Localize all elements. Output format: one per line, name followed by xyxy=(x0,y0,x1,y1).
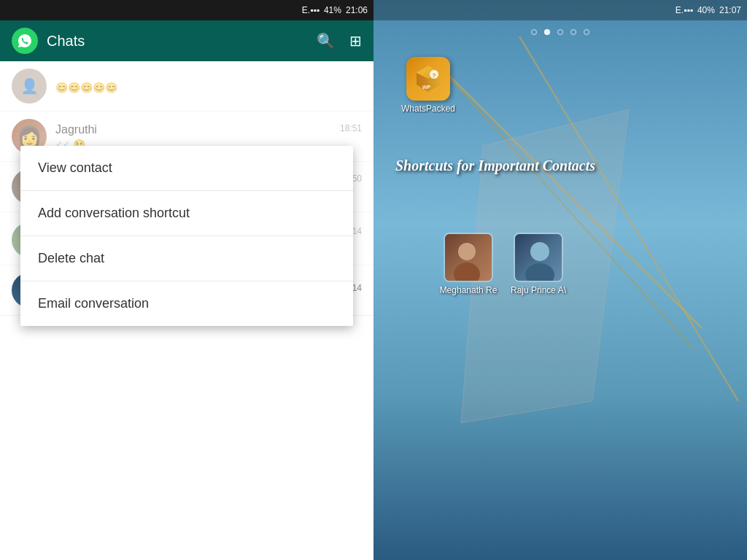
shortcuts-heading: Shortcuts for Important Contacts xyxy=(388,158,747,174)
avatar-partial: 👤 xyxy=(12,69,47,104)
appbar-icons: 🔍 ⊞ xyxy=(317,32,362,50)
right-status-info: E.▪▪▪ 40% 21:07 xyxy=(676,5,741,15)
left-battery: 41% xyxy=(324,5,341,15)
page-dot-5[interactable] xyxy=(584,29,589,35)
whatspacked-label: WhatsPacked xyxy=(401,104,455,114)
contact-avatar-meghanath xyxy=(444,233,493,282)
homescreen-panel: E.▪▪▪ 40% 21:07 xyxy=(374,0,747,560)
page-dot-2[interactable] xyxy=(544,29,550,35)
page-indicator xyxy=(374,29,747,35)
cube-svg: WP ? xyxy=(412,63,444,95)
right-signal: E.▪▪▪ xyxy=(676,5,693,15)
right-battery: 40% xyxy=(697,5,715,15)
context-menu-email[interactable]: Email conversation xyxy=(20,281,353,326)
chat-name-jagruthi: Jagruthi xyxy=(55,123,97,136)
chat-preview-partial: 😊😊😊😊😊 xyxy=(55,82,362,93)
context-menu-view-contact[interactable]: View contact xyxy=(20,146,353,191)
chat-item-partial[interactable]: 👤 😊😊😊😊😊 xyxy=(0,61,374,112)
page-dot-3[interactable] xyxy=(557,29,563,35)
context-menu-add-shortcut[interactable]: Add conversation shortcut xyxy=(20,191,353,236)
whatsapp-appbar: Chats 🔍 ⊞ xyxy=(0,20,374,61)
svg-text:WP: WP xyxy=(422,85,431,90)
chat-time-jagruthi: 18:51 xyxy=(340,123,362,136)
page-dot-1[interactable] xyxy=(531,29,537,35)
whatsapp-panel: E.▪▪▪ 41% 21:06 Chats 🔍 ⊞ 👤 xyxy=(0,0,374,560)
whatsapp-logo xyxy=(12,28,38,54)
chat-list: 👤 😊😊😊😊😊 👩 Jagruthi 18:51 xyxy=(0,61,374,560)
svg-point-15 xyxy=(530,242,549,261)
left-signal: E.▪▪▪ xyxy=(302,5,320,15)
compose-icon[interactable]: ⊞ xyxy=(349,32,362,50)
context-menu: View contact Add conversation shortcut D… xyxy=(20,146,353,326)
svg-text:?: ? xyxy=(433,72,436,79)
right-time: 21:07 xyxy=(719,5,741,15)
app-title: Chats xyxy=(47,33,308,50)
contact-name-meghanath: Meghanath Re xyxy=(440,285,498,295)
whatspacked-icon-container[interactable]: WP ? WhatsPacked xyxy=(403,57,454,114)
contact-avatar-raju xyxy=(514,233,563,282)
right-status-bar: E.▪▪▪ 40% 21:07 xyxy=(374,0,747,20)
left-status-info: E.▪▪▪ 41% 21:06 xyxy=(302,5,368,15)
whatspacked-icon[interactable]: WP ? xyxy=(406,57,450,101)
search-icon[interactable]: 🔍 xyxy=(317,32,335,50)
context-menu-delete-chat[interactable]: Delete chat xyxy=(20,236,353,281)
contact-shortcut-raju[interactable]: Raju Prince A\ xyxy=(509,233,568,295)
contact-name-raju: Raju Prince A\ xyxy=(511,285,566,295)
left-status-bar: E.▪▪▪ 41% 21:06 xyxy=(0,0,374,20)
left-time: 21:06 xyxy=(346,5,368,15)
contact-shortcut-meghanath[interactable]: Meghanath Re xyxy=(439,233,498,295)
svg-point-12 xyxy=(458,243,476,260)
contact-shortcuts-container: Meghanath Re R xyxy=(439,233,747,295)
chat-content-partial: 😊😊😊😊😊 xyxy=(55,79,362,93)
page-dot-4[interactable] xyxy=(570,29,576,35)
